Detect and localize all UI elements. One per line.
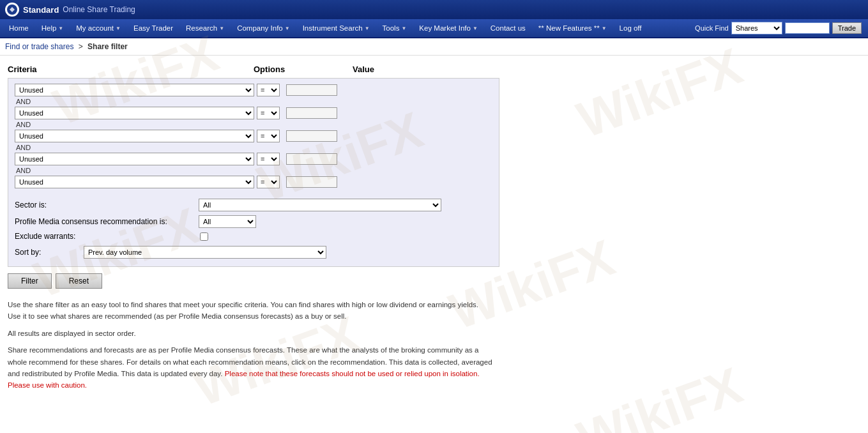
breadcrumb-separator: > [79, 42, 83, 51]
recommendation-label: Profile Media consensus recommendation i… [15, 217, 194, 226]
company-info-dropdown-arrow: ▼ [285, 26, 290, 31]
equals-select-4[interactable]: = < > <= >= [257, 153, 280, 165]
value-input-5[interactable] [286, 176, 337, 188]
nav-new-features[interactable]: ** New Features ** ▼ [532, 19, 613, 37]
nav-my-account[interactable]: My account ▼ [70, 19, 127, 37]
description-2: All results are displayed in sector orde… [8, 328, 493, 339]
value-input-3[interactable] [286, 130, 337, 142]
quick-find-select[interactable]: Shares Bonds ETFs Warrants [731, 22, 782, 34]
filter-area: Unused P/E ratio Dividend yield EPS Pric… [8, 78, 499, 267]
navbar: Home Help ▼ My account ▼ Easy Trader Res… [0, 19, 868, 38]
nav-help[interactable]: Help ▼ [35, 19, 70, 37]
new-features-dropdown-arrow: ▼ [602, 26, 607, 31]
sort-by-label: Sort by: [15, 248, 79, 257]
criteria-select-1[interactable]: Unused P/E ratio Dividend yield EPS Pric… [15, 84, 254, 96]
logo-area: Standard Online Share Trading [5, 3, 135, 17]
and-label-4: AND [15, 167, 492, 174]
help-dropdown-arrow: ▼ [58, 26, 63, 31]
action-buttons: Filter Reset [8, 273, 503, 289]
filter-headers: Criteria Options Value [8, 65, 503, 74]
logo-icon [5, 3, 19, 17]
equals-select-2[interactable]: = < > <= >= [257, 107, 280, 119]
sort-by-select[interactable]: Prev. day volume Price Market cap P/E ra… [84, 246, 326, 259]
instrument-search-dropdown-arrow: ▼ [365, 26, 370, 31]
options-header: Options [254, 65, 353, 74]
nav-company-info[interactable]: Company Info ▼ [231, 19, 296, 37]
breadcrumb-current: Share filter [88, 42, 128, 51]
equals-select-3[interactable]: = < > <= >= [257, 130, 280, 142]
filter-row-2: Unused P/E ratio Dividend yield EPS Pric… [15, 107, 492, 119]
nav-easy-trader[interactable]: Easy Trader [127, 19, 179, 37]
sort-by-row: Sort by: Prev. day volume Price Market c… [15, 246, 492, 259]
exclude-warrants-row: Exclude warrants: [15, 232, 492, 241]
filter-row-1: Unused P/E ratio Dividend yield EPS Pric… [15, 84, 492, 96]
header-subtitle: Online Share Trading [63, 5, 135, 14]
sector-label: Sector is: [15, 201, 194, 209]
and-label-3: AND [15, 144, 492, 151]
sector-row: Sector is: All Resources Financials Indu… [15, 199, 492, 211]
filter-button[interactable]: Filter [8, 273, 52, 289]
logo-text: Standard [23, 5, 59, 15]
breadcrumb-link[interactable]: Find or trade shares [5, 42, 73, 51]
main-content: Criteria Options Value Unused P/E ratio … [0, 56, 511, 406]
criteria-select-4[interactable]: Unused P/E ratio Dividend yield EPS Pric… [15, 153, 254, 165]
equals-select-5[interactable]: = < > <= >= [257, 176, 280, 188]
nav-key-market-info[interactable]: Key Market Info ▼ [413, 19, 483, 37]
equals-select-1[interactable]: = < > <= >= [257, 84, 280, 96]
nav-instrument-search[interactable]: Instrument Search ▼ [296, 19, 376, 37]
quick-find-input[interactable] [785, 22, 830, 34]
nav-contact-us[interactable]: Contact us [484, 19, 532, 37]
description-1: Use the share filter as an easy tool to … [8, 299, 493, 323]
my-account-dropdown-arrow: ▼ [116, 26, 121, 31]
filter-row-3: Unused P/E ratio Dividend yield EPS Pric… [15, 130, 492, 142]
quick-find-area: Quick Find Shares Bonds ETFs Warrants Tr… [691, 19, 865, 37]
bottom-text: Use the share filter as an easy tool to … [8, 299, 493, 391]
nav-log-off[interactable]: Log off [613, 19, 648, 37]
criteria-select-2[interactable]: Unused P/E ratio Dividend yield EPS Pric… [15, 107, 254, 119]
value-input-1[interactable] [286, 84, 337, 96]
breadcrumb: Find or trade shares > Share filter [0, 38, 868, 56]
filter-row-4: Unused P/E ratio Dividend yield EPS Pric… [15, 153, 492, 165]
criteria-select-5[interactable]: Unused P/E ratio Dividend yield EPS Pric… [15, 176, 254, 188]
exclude-warrants-label: Exclude warrants: [15, 232, 194, 241]
reset-button[interactable]: Reset [56, 273, 102, 289]
nav-home[interactable]: Home [3, 19, 35, 37]
recommendation-row: Profile Media consensus recommendation i… [15, 215, 492, 228]
nav-tools[interactable]: Tools ▼ [376, 19, 413, 37]
and-label-2: AND [15, 121, 492, 128]
tools-dropdown-arrow: ▼ [401, 26, 406, 31]
value-header: Value [353, 65, 436, 74]
and-label-1: AND [15, 98, 492, 105]
criteria-header: Criteria [8, 65, 254, 74]
exclude-warrants-checkbox[interactable] [200, 232, 208, 241]
nav-research[interactable]: Research ▼ [179, 19, 231, 37]
recommendation-select[interactable]: All Buy Sell Hold [199, 215, 256, 228]
filter-row-5: Unused P/E ratio Dividend yield EPS Pric… [15, 176, 492, 188]
research-dropdown-arrow: ▼ [219, 26, 224, 31]
sector-select[interactable]: All Resources Financials Industrials Tec… [199, 199, 441, 211]
value-input-2[interactable] [286, 107, 337, 119]
quick-find-label: Quick Find [695, 24, 729, 32]
trade-button[interactable]: Trade [832, 22, 862, 34]
description-3: Share recommendations and forecasts are … [8, 344, 493, 391]
key-market-dropdown-arrow: ▼ [473, 26, 478, 31]
watermark-7: WikiFX [570, 356, 749, 405]
header-bar: Standard Online Share Trading [0, 0, 868, 19]
value-input-4[interactable] [286, 153, 337, 165]
criteria-select-3[interactable]: Unused P/E ratio Dividend yield EPS Pric… [15, 130, 254, 142]
